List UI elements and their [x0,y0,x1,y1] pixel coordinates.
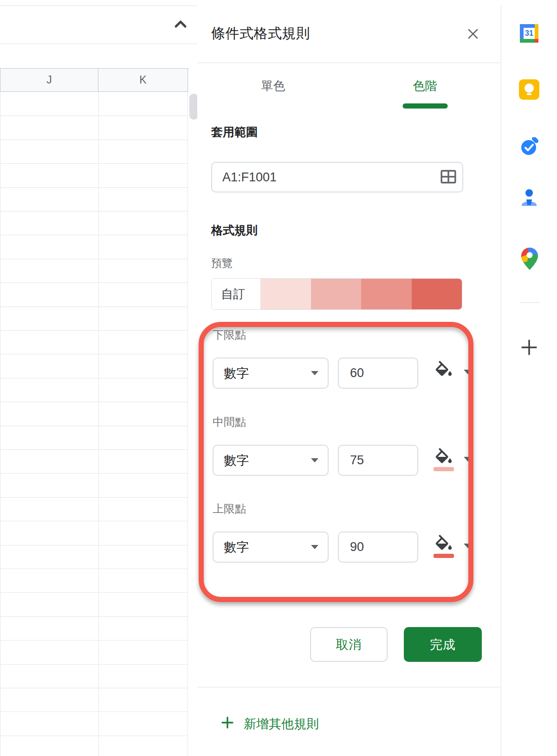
chevron-down-icon [464,544,472,548]
column-header-row: J K [0,68,188,92]
panel-footer-divider [197,687,501,687]
paint-bucket-icon [433,534,454,554]
gradient-preview-bar[interactable]: 自訂 [211,278,462,310]
spreadsheet-region: J K [0,0,197,756]
plus-icon [521,350,538,357]
plus-icon [220,716,234,733]
tab-bar: 單色 色階 [197,63,501,109]
close-panel-button[interactable] [464,25,482,44]
midpoint-type-value: 數字 [214,452,311,469]
midpoint-color-button[interactable] [433,448,484,475]
select-data-range-button[interactable] [434,163,462,192]
google-calendar-icon: 31 [520,24,538,43]
format-rules-heading: 格式規則 [211,223,258,238]
conditional-format-panel: 條件式格式規則 單色 色階 套用範圍 格式規則 預覽 自訂 下限點 數字 [197,0,501,756]
chevron-down-icon [311,458,318,462]
google-keep-icon [519,79,539,100]
minpoint-type-value: 數字 [214,365,311,382]
midpoint-type-select[interactable]: 數字 [213,445,329,476]
grid-range-icon [440,170,456,185]
apply-range-label: 套用範圍 [211,124,258,140]
maxpoint-value-input[interactable] [338,532,418,563]
grid-line [98,92,99,756]
get-add-ons-button[interactable] [521,339,538,357]
cancel-button[interactable]: 取消 [310,627,388,662]
keep-app-button[interactable] [519,79,539,100]
rail-divider [519,302,540,303]
gradient-segment-4 [412,279,462,309]
workspace-side-rail: 31 [501,0,557,756]
midpoint-label: 中間點 [213,415,246,429]
maxpoint-label: 上限點 [213,501,246,516]
paint-bucket-icon [433,448,454,468]
calendar-app-button[interactable]: 31 [520,24,538,43]
maxpoint-color-swatch [434,554,454,558]
add-another-rule-button[interactable]: 新增其他規則 [220,713,319,735]
apply-range-input[interactable] [212,170,434,185]
done-button[interactable]: 完成 [404,627,482,662]
maps-app-button[interactable] [521,248,538,271]
contacts-app-button[interactable] [519,187,539,209]
sheet-grid[interactable] [0,92,188,756]
preview-label: 預覽 [211,256,233,270]
apply-range-box [211,162,463,192]
chevron-down-icon [311,545,318,549]
chevron-down-icon [464,457,472,461]
panel-title: 條件式格式規則 [211,24,311,43]
maxpoint-type-value: 數字 [214,539,311,556]
midpoint-value-input[interactable] [338,445,418,476]
midpoint-row: 數字 [213,445,491,476]
minpoint-label: 下限點 [213,327,246,342]
gradient-custom-label: 自訂 [212,279,260,309]
minpoint-type-select[interactable]: 數字 [213,358,329,389]
grid-line [0,92,0,756]
tasks-app-button[interactable] [520,137,539,157]
tab-single-color[interactable]: 單色 [197,63,349,109]
minpoint-color-swatch [434,380,454,384]
toolbar-divider [0,44,197,44]
maxpoint-type-select[interactable]: 數字 [213,532,329,563]
collapse-toolbar-button[interactable] [173,18,188,32]
minpoint-row: 數字 [213,358,491,389]
maxpoint-color-button[interactable] [433,534,484,562]
gradient-segment-3 [361,279,412,309]
grid-line [188,92,188,756]
close-icon [466,27,480,42]
chevron-down-icon [464,370,472,374]
maxpoint-row: 數字 [213,532,491,563]
google-maps-icon [521,264,538,271]
google-tasks-icon [520,150,539,157]
add-another-rule-label: 新增其他規則 [244,716,319,732]
minpoint-value-input[interactable] [338,358,418,389]
gradient-segment-2 [311,279,362,309]
column-header-j[interactable]: J [0,69,98,91]
minpoint-color-button[interactable] [433,360,484,388]
paint-bucket-icon [433,360,454,380]
google-contacts-icon [519,202,539,209]
tab-color-scale[interactable]: 色階 [349,63,501,109]
chevron-down-icon [311,371,318,375]
midpoint-color-swatch [434,467,454,471]
gradient-segment-1 [260,279,311,309]
column-header-k[interactable]: K [98,69,188,91]
chevron-up-icon [174,24,188,31]
